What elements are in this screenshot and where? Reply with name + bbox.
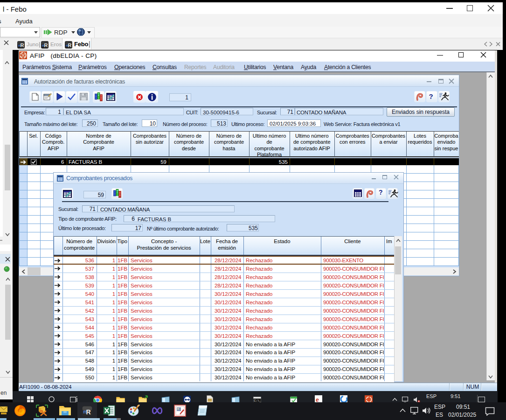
svg-text:R: R	[86, 408, 91, 416]
svg-text:R: R	[68, 42, 72, 48]
svg-text:e: e	[316, 396, 319, 403]
svg-text:R: R	[44, 42, 48, 48]
svg-text:R: R	[21, 42, 24, 48]
